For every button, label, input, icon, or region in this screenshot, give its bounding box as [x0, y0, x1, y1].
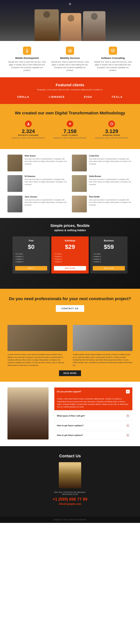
- about-person-2: Artuille andenet arload express highest …: [73, 325, 132, 366]
- faq-item-0: Do you provide support? + Answer: Lorem …: [54, 387, 132, 410]
- service-title-2: Software Consulting: [93, 57, 132, 60]
- member-desc-1: Duis aute irure dolor in reprehenderit i…: [89, 158, 132, 166]
- stats-row: 2.324 PROJECTS FINISHED Sample text. Cli…: [8, 120, 132, 139]
- pricing-features-1: 15 Users Feature 2 Feature 3 Feature 4: [54, 252, 86, 263]
- member-name-5: Paul Smith: [89, 196, 132, 198]
- stat-label-1: HAPPY CLIENTS: [53, 134, 87, 136]
- pricing-feature-2-2: Feature 3: [93, 258, 125, 260]
- faq-section: Do you provide support? + Answer: Lorem …: [0, 382, 140, 446]
- faq-answer-0: Answer: Lorem ipsum dolor sit amet, cons…: [54, 396, 132, 410]
- pricing-card-business: Business $59 15 Users Feature 2 Feature …: [90, 236, 127, 274]
- pricing-price-0: $0: [15, 244, 47, 250]
- about-person-text-1: Ut enim ad minim veniam, quis nostrud ex…: [8, 353, 67, 366]
- faq-question-text-1: What types of files I will get?: [57, 415, 85, 417]
- pricing-title: Simple prices, flexible: [6, 224, 134, 228]
- faq-image-area: [8, 387, 49, 440]
- member-name-3: Sofia Brown: [89, 175, 132, 177]
- svg-point-4: [69, 51, 70, 52]
- pricing-price-2: $59: [93, 244, 125, 250]
- stat-label-0: PROJECTS FINISHED: [12, 134, 45, 136]
- methodology-section: We created our own Digital Transformatio…: [0, 104, 140, 149]
- service-item-2: Software Consulting Sample text. Click t…: [93, 46, 132, 72]
- about-grid: Ut enim ad minim veniam, quis nostrud ex…: [8, 325, 132, 366]
- faq-toggle-icon-1[interactable]: +: [126, 414, 130, 418]
- contact-us-button[interactable]: CONTACT US: [56, 305, 84, 312]
- pricing-feature-1-1: Feature 2: [54, 255, 86, 258]
- stat-number-1: 7.158: [53, 128, 87, 134]
- faq-questions: Do you provide support? + Answer: Lorem …: [54, 387, 132, 440]
- service-item-1: Mobility Services Sample text. Click to …: [50, 46, 90, 72]
- faq-toggle-icon-2[interactable]: +: [126, 424, 130, 427]
- faq-person-image: [8, 387, 49, 440]
- service-text-2: Sample text. Click to select the text bo…: [93, 60, 132, 72]
- methodology-header: We created our own Digital Transformatio…: [8, 110, 132, 116]
- team-member-1: Linda Kim Duis aute irure dolor in repre…: [72, 154, 132, 172]
- member-photo-3: [72, 175, 87, 192]
- member-name-0: Nina Scavo: [25, 154, 68, 157]
- about-person-1: Ut enim ad minim veniam, quis nostrud ex…: [8, 325, 67, 366]
- featured-title: Featured clients: [8, 83, 132, 87]
- pricing-feature-1-3: Feature 4: [54, 260, 86, 263]
- pricing-feature-2-1: Feature 2: [93, 255, 125, 258]
- member-photo-5: [72, 196, 87, 212]
- contact-section: Contact Us New York, 4140 Parker Rd. All…: [0, 446, 140, 516]
- team-member-2: Di Dowson Duis aute irure dolor in repre…: [8, 175, 68, 192]
- hero-section: ≡: [0, 0, 140, 41]
- pricing-features-0: 15 Users Feature 2 Feature 3 Feature 4: [15, 252, 47, 263]
- hamburger-menu[interactable]: ≡: [69, 2, 71, 6]
- faq-item-3: How to get future options? +: [54, 431, 132, 440]
- pricing-btn-0[interactable]: GET IT: [15, 266, 47, 270]
- member-desc-4: Duis aute irure dolor in reprehenderit i…: [25, 199, 68, 206]
- team-section: Nina Scavo Duis aute irure dolor in repr…: [0, 149, 140, 218]
- about-person-img-1: [8, 325, 67, 351]
- faq-item-1: What types of files I will get? +: [54, 412, 132, 420]
- pricing-price-1: $29: [54, 244, 86, 250]
- logo-binance: BINANCE: [49, 96, 65, 98]
- member-info-3: Sofia Brown Duis aute irure dolor in rep…: [89, 175, 132, 192]
- stat-icon-2: [108, 120, 115, 127]
- hero-person-2: [61, 13, 81, 41]
- faq-toggle-icon-3[interactable]: +: [126, 433, 130, 437]
- stat-icon-0: [25, 120, 32, 127]
- member-desc-3: Duis aute irure dolor in reprehenderit i…: [89, 178, 132, 186]
- pricing-feature-0-2: Feature 3: [15, 258, 47, 260]
- stat-text-0: Sample text. Click to select the Test El…: [12, 137, 45, 139]
- pricing-feature-1-0: 15 Users: [54, 252, 86, 255]
- pricing-content: Simple prices, flexible options & nothin…: [0, 218, 140, 279]
- service-text-1: Sample text. Click to select the text bo…: [50, 60, 90, 72]
- pricing-feature-2-0: 15 Users: [93, 252, 125, 255]
- svg-rect-1: [27, 49, 28, 52]
- faq-question-3[interactable]: How to get future options? +: [54, 431, 132, 439]
- team-member-3: Sofia Brown Duis aute irure dolor in rep…: [72, 175, 132, 192]
- read-more-button[interactable]: READ MORE: [59, 370, 81, 376]
- footer-text: Sample text. Click to select the Test El…: [2, 519, 138, 521]
- faq-question-2[interactable]: How to get future updates? +: [54, 422, 132, 430]
- pricing-features-2: 15 Users Feature 2 Feature 3 Feature 4: [93, 252, 125, 263]
- contact-person-image: [59, 462, 81, 488]
- faq-toggle-icon-0[interactable]: +: [126, 390, 130, 394]
- member-info-0: Nina Scavo Duis aute irure dolor in repr…: [25, 154, 68, 172]
- logo-tesla: TESLA: [111, 96, 123, 98]
- team-member-4: Jane Jonson Duis aute irure dolor in rep…: [8, 196, 68, 212]
- featured-section: Featured clients Paragraph. Lorem ipsum …: [0, 77, 140, 104]
- pricing-card-name-1: Individual: [54, 240, 86, 242]
- contact-title: Contact Us: [8, 454, 132, 458]
- stat-2: 3.129 WORKING HOURS Sample text. Click t…: [95, 120, 128, 139]
- pricing-btn-1[interactable]: GET PLAN: [54, 266, 86, 270]
- member-name-1: Linda Kim: [89, 154, 132, 157]
- mobility-icon: [66, 46, 74, 55]
- about-section: Ut enim ad minim veniam, quis nostrud ex…: [0, 319, 140, 382]
- pricing-feature-0-1: Feature 2: [15, 255, 47, 258]
- pricing-subtitle: options & nothing hidden: [6, 229, 134, 232]
- member-name-4: Jane Jonson: [25, 196, 68, 198]
- faq-question-0[interactable]: Do you provide support? +: [54, 388, 132, 396]
- pricing-feature-0-3: Feature 4: [15, 260, 47, 263]
- about-person-text-2: Artuille andenet arload express highest …: [73, 353, 132, 366]
- logo-crolla: CROLLA: [17, 96, 29, 98]
- member-info-4: Jane Jonson Duis aute irure dolor in rep…: [25, 196, 68, 212]
- faq-question-1[interactable]: What types of files I will get? +: [54, 412, 132, 420]
- pricing-btn-2[interactable]: GET PLAN: [93, 266, 125, 270]
- service-title-0: Mobile Development: [8, 57, 47, 60]
- pricing-card-name-0: Free: [15, 240, 47, 242]
- faq-question-text-3: How to get future options?: [57, 434, 83, 436]
